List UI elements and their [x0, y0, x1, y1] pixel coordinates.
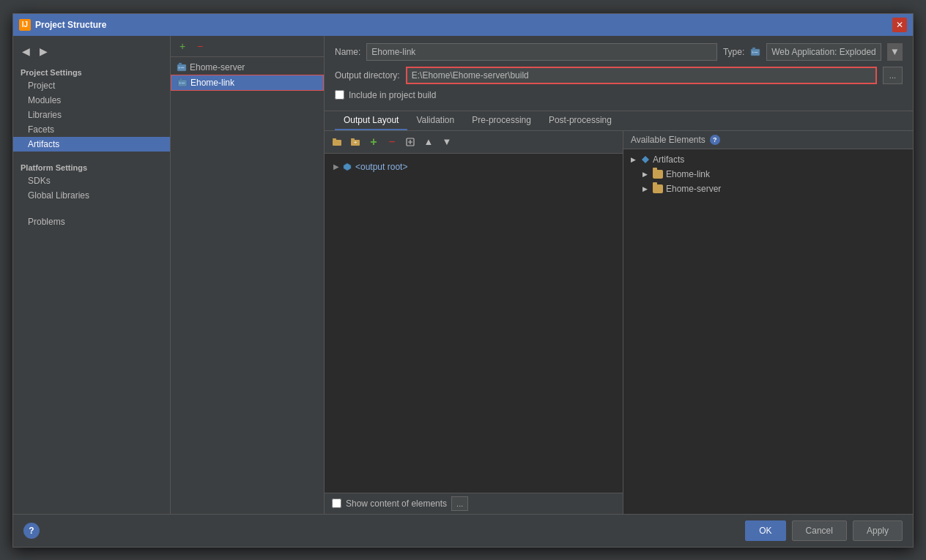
extract-btn[interactable] — [402, 134, 418, 150]
svg-marker-18 — [344, 163, 351, 171]
available-items: ▶ Artifacts ▶ Ehome-link — [623, 149, 913, 514]
tree-item-ehome-server[interactable]: Ehome-server — [171, 60, 324, 75]
avail-item-ehome-link[interactable]: ▶ Ehome-link — [623, 167, 913, 182]
tab-post-processing[interactable]: Post-processing — [540, 111, 621, 130]
open-folder-btn[interactable] — [329, 134, 345, 150]
form-area: Name: Type: Web Application: Exploded — [325, 36, 913, 111]
sidebar-libraries-label: Libraries — [28, 110, 62, 120]
avail-item-artifacts[interactable]: ▶ Artifacts — [623, 152, 913, 167]
tab-validation[interactable]: Validation — [407, 111, 463, 130]
type-selector[interactable]: Web Application: Exploded — [766, 43, 881, 61]
sidebar-global-libraries-label: Global Libraries — [28, 190, 89, 201]
add-artifact-button[interactable]: + — [175, 39, 190, 53]
svg-rect-9 — [752, 48, 755, 49]
type-label: Type: — [723, 47, 744, 57]
sidebar-item-libraries[interactable]: Libraries — [13, 108, 170, 122]
remove-btn[interactable]: − — [384, 134, 400, 150]
svg-rect-13 — [333, 138, 336, 140]
svg-rect-7 — [182, 83, 185, 83]
up-btn[interactable]: ▲ — [421, 134, 437, 150]
apply-button[interactable]: Apply — [853, 520, 903, 541]
avail-item-ehome-server[interactable]: ▶ Ehome-server — [623, 182, 913, 196]
close-button[interactable]: ✕ — [892, 18, 907, 32]
back-button[interactable]: ◀ — [19, 45, 32, 58]
sidebar-sdks-label: SDKs — [28, 176, 51, 186]
add-btn[interactable]: + — [366, 134, 382, 150]
sidebar-item-modules[interactable]: Modules — [13, 93, 170, 108]
layout-content: ▶ <output root> — [325, 154, 623, 493]
sidebar-item-project[interactable]: Project — [13, 78, 170, 93]
sidebar-artifacts-label: Artifacts — [28, 139, 59, 149]
svg-point-10 — [752, 51, 754, 53]
avail-ehome-server-label: Ehome-server — [666, 184, 721, 194]
output-layout-area: + + − ▲ ▼ ▶ — [325, 131, 913, 514]
remove-artifact-button[interactable]: − — [193, 39, 207, 53]
show-content-label: Show content of elements — [346, 499, 447, 509]
name-label: Name: — [335, 47, 360, 57]
help-button[interactable]: ? — [23, 523, 40, 539]
sidebar-item-problems[interactable]: Problems — [13, 214, 170, 229]
sidebar: ◀ ▶ Project Settings Project Modules Lib… — [13, 36, 171, 514]
available-panel: Available Elements ? ▶ Artifacts — [623, 131, 913, 514]
type-value: Web Application: Exploded — [771, 47, 876, 57]
available-help-icon[interactable]: ? — [710, 135, 720, 145]
output-root-item[interactable]: ▶ <output root> — [330, 160, 617, 174]
tree-content: Ehome-server Ehome-link — [171, 57, 324, 514]
svg-rect-11 — [755, 52, 758, 53]
svg-marker-19 — [642, 156, 649, 163]
sidebar-problems-label: Problems — [28, 217, 65, 227]
name-input[interactable] — [366, 43, 717, 61]
include-checkbox[interactable] — [335, 90, 344, 100]
create-dir-btn[interactable]: + — [347, 134, 363, 150]
ehome-link-label: Ehome-link — [190, 78, 234, 88]
sidebar-item-facets[interactable]: Facets — [13, 122, 170, 137]
avail-artifacts-label: Artifacts — [653, 154, 684, 165]
svg-rect-5 — [179, 78, 182, 80]
tree-item-ehome-link[interactable]: Ehome-link — [171, 75, 324, 91]
down-btn[interactable]: ▼ — [439, 134, 455, 150]
forward-button[interactable]: ▶ — [37, 45, 50, 58]
avail-ehome-link-label: Ehome-link — [666, 169, 710, 179]
artifacts-expand-arrow: ▶ — [631, 156, 638, 163]
svg-rect-1 — [179, 63, 182, 64]
ehome-link-expand-arrow: ▶ — [642, 171, 650, 178]
tab-output-layout[interactable]: Output Layout — [335, 111, 407, 130]
sidebar-item-artifacts[interactable]: Artifacts — [13, 137, 170, 152]
main-panel: Name: Type: Web Application: Exploded — [325, 36, 913, 514]
available-header: Available Elements ? — [623, 131, 913, 149]
tab-pre-processing[interactable]: Pre-processing — [463, 111, 540, 130]
svg-text:+: + — [354, 139, 358, 146]
footer-right: OK Cancel Apply — [745, 520, 903, 541]
expand-icon: ▶ — [333, 163, 339, 171]
layout-toolbar: + + − ▲ ▼ — [325, 131, 623, 154]
platform-settings-label: Platform Settings — [13, 159, 170, 173]
ok-button[interactable]: OK — [745, 520, 785, 541]
svg-rect-12 — [333, 140, 341, 146]
show-content-checkbox[interactable] — [332, 499, 341, 508]
dots-button[interactable]: ... — [451, 496, 468, 511]
svg-point-2 — [179, 67, 180, 68]
title-bar: IJ Project Structure ✕ — [13, 14, 913, 36]
type-dropdown-button[interactable]: ▼ — [887, 43, 903, 61]
type-icon — [750, 47, 760, 57]
ehome-server-folder-icon — [653, 184, 663, 193]
output-dir-input[interactable] — [406, 67, 877, 84]
output-dir-label: Output directory: — [335, 70, 400, 81]
ehome-server-expand-arrow: ▶ — [642, 185, 650, 193]
ehome-server-icon — [177, 62, 187, 72]
show-content-check: Show content of elements — [332, 499, 447, 509]
svg-rect-3 — [181, 67, 185, 68]
include-label: Include in project build — [349, 90, 436, 100]
footer-left: ? — [23, 523, 40, 539]
sidebar-facets-label: Facets — [28, 124, 54, 135]
available-label: Available Elements — [631, 135, 705, 145]
browse-button[interactable]: ... — [883, 67, 903, 84]
cancel-button[interactable]: Cancel — [792, 520, 847, 541]
artifacts-diamond-icon — [641, 155, 650, 164]
ehome-link-icon — [177, 78, 188, 88]
sidebar-modules-label: Modules — [28, 95, 61, 105]
sidebar-item-sdks[interactable]: SDKs — [13, 173, 170, 188]
app-icon: IJ — [19, 19, 31, 31]
include-row: Include in project build — [335, 90, 903, 100]
sidebar-item-global-libraries[interactable]: Global Libraries — [13, 188, 170, 203]
